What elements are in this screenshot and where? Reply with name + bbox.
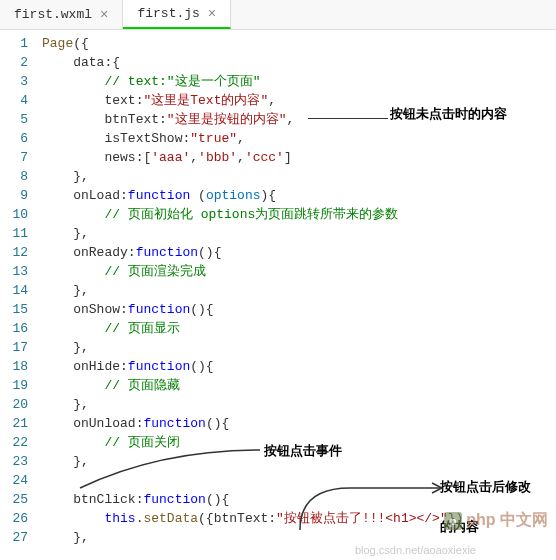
line-number: 2: [0, 53, 28, 72]
code-line[interactable]: isTextShow:"true",: [42, 129, 556, 148]
line-number: 16: [0, 319, 28, 338]
tab-wxml[interactable]: first.wxml ×: [0, 0, 123, 29]
line-number: 8: [0, 167, 28, 186]
annotation-arrow: [290, 480, 450, 540]
line-number: 25: [0, 490, 28, 509]
line-number: 21: [0, 414, 28, 433]
code-line[interactable]: onReady:function(){: [42, 243, 556, 262]
line-number: 1: [0, 34, 28, 53]
close-icon[interactable]: ×: [208, 6, 216, 22]
code-line[interactable]: // text:"这是一个页面": [42, 72, 556, 91]
code-line[interactable]: },: [42, 167, 556, 186]
line-number: 6: [0, 129, 28, 148]
code-line[interactable]: // 页面初始化 options为页面跳转所带来的参数: [42, 205, 556, 224]
line-number: 4: [0, 91, 28, 110]
line-number: 12: [0, 243, 28, 262]
line-number: 17: [0, 338, 28, 357]
annotation-line: [308, 118, 388, 119]
code-line[interactable]: // 页面渲染完成: [42, 262, 556, 281]
line-number: 22: [0, 433, 28, 452]
line-number: 23: [0, 452, 28, 471]
code-line[interactable]: },: [42, 281, 556, 300]
line-number: 5: [0, 110, 28, 129]
line-number: 27: [0, 528, 28, 547]
line-number: 24: [0, 471, 28, 490]
line-number: 26: [0, 509, 28, 528]
line-number: 11: [0, 224, 28, 243]
code-line[interactable]: news:['aaa','bbb','ccc']: [42, 148, 556, 167]
line-number: 14: [0, 281, 28, 300]
line-number: 18: [0, 357, 28, 376]
code-line[interactable]: },: [42, 395, 556, 414]
tab-bar: first.wxml × first.js ×: [0, 0, 556, 30]
tab-label: first.js: [137, 6, 199, 21]
code-line[interactable]: data:{: [42, 53, 556, 72]
close-icon[interactable]: ×: [100, 7, 108, 23]
line-number: 15: [0, 300, 28, 319]
line-gutter: 1234567891011121314151617181920212223242…: [0, 30, 42, 560]
tab-label: first.wxml: [14, 7, 92, 22]
annotation-click-event: 按钮点击事件: [264, 442, 342, 460]
code-line[interactable]: },: [42, 338, 556, 357]
line-number: 7: [0, 148, 28, 167]
line-number: 13: [0, 262, 28, 281]
code-line[interactable]: onLoad:function (options){: [42, 186, 556, 205]
tab-js[interactable]: first.js ×: [123, 0, 231, 29]
code-line[interactable]: // 页面隐藏: [42, 376, 556, 395]
annotation-unclicked: 按钮未点击时的内容: [390, 105, 507, 123]
code-line[interactable]: Page({: [42, 34, 556, 53]
code-line[interactable]: onHide:function(){: [42, 357, 556, 376]
code-line[interactable]: onShow:function(){: [42, 300, 556, 319]
line-number: 9: [0, 186, 28, 205]
line-number: 20: [0, 395, 28, 414]
watermark-logo: p php 中文网: [444, 510, 548, 531]
line-number: 10: [0, 205, 28, 224]
code-line[interactable]: },: [42, 224, 556, 243]
code-line[interactable]: // 页面显示: [42, 319, 556, 338]
annotation-curve: [60, 440, 260, 500]
line-number: 3: [0, 72, 28, 91]
annotation-after-click-1: 按钮点击后修改: [440, 478, 531, 496]
line-number: 19: [0, 376, 28, 395]
watermark-url: blog.csdn.net/aoaoxiexie: [355, 544, 476, 556]
code-line[interactable]: onUnload:function(){: [42, 414, 556, 433]
